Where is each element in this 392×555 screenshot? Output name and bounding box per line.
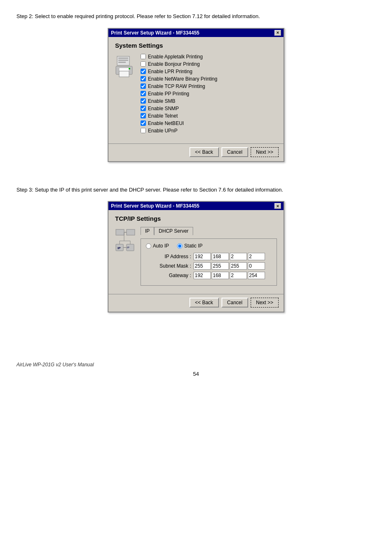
checkbox-appletalk-label: Enable Appletalk Printing (148, 54, 203, 60)
checkbox-appletalk-input[interactable] (141, 54, 146, 59)
subnet-mask-octet4[interactable] (248, 262, 265, 270)
svg-rect-7 (119, 71, 129, 77)
svg-point-6 (129, 68, 130, 69)
ip-address-label: IP Address : (146, 254, 191, 259)
checkbox-pp: Enable PP Printing (141, 91, 277, 97)
checkbox-pp-label: Enable PP Printing (148, 91, 189, 97)
tab-bar: IP DHCP Server (141, 227, 277, 235)
checkbox-snmp-input[interactable] (141, 106, 146, 111)
checkbox-netbeui-label: Enable NetBEUI (148, 120, 184, 126)
tcpip-settings-dialog: Print Server Setup Wizard - MF334455 × T… (108, 201, 284, 312)
dialog2-title: Print Server Setup Wizard - MF334455 (111, 203, 199, 209)
checkbox-appletalk: Enable Appletalk Printing (141, 54, 277, 60)
checkbox-smb-label: Enable SMB (148, 98, 175, 104)
subnet-mask-octet2[interactable] (212, 262, 229, 270)
checkbox-snmp: Enable SNMP (141, 106, 277, 111)
dialog1-cancel-button[interactable]: Cancel (221, 147, 248, 157)
checkbox-netbeui: Enable NetBEUI (141, 120, 277, 126)
checkbox-tcpraw-label: Enable TCP RAW Printing (148, 83, 205, 89)
checkbox-bonjour-label: Enable Bonjour Printing (148, 61, 200, 67)
system-settings-dialog: Print Server Setup Wizard - MF334455 × S… (108, 28, 284, 162)
step3-instruction: Step 3: Setup the IP of this print serve… (16, 186, 376, 194)
checkbox-tcpraw-input[interactable] (141, 83, 146, 89)
checkbox-lpr-label: Enable LPR Printing (148, 69, 192, 74)
checkbox-upnp: Enable UPnP (141, 128, 277, 134)
checkbox-pp-input[interactable] (141, 91, 146, 96)
dialog2-close-button[interactable]: × (274, 203, 281, 209)
dialog1-section-title: System Settings (115, 42, 277, 49)
subnet-mask-label: Subnet Mask : (146, 263, 191, 269)
ip-address-row: IP Address : (146, 253, 272, 260)
svg-text:IP: IP (118, 246, 121, 250)
checkboxes-list: Enable Appletalk Printing Enable Bonjour… (141, 54, 277, 135)
subnet-mask-octet3[interactable] (230, 262, 247, 270)
tcp-content: IP DHCP Server Auto IP Static (141, 227, 277, 286)
svg-rect-1 (118, 58, 128, 59)
step2-instruction: Step 2: Select to enable required printi… (16, 12, 376, 21)
dialog1-back-button[interactable]: << Back (189, 147, 219, 157)
checkbox-lpr: Enable LPR Printing (141, 69, 277, 74)
checkbox-smb-input[interactable] (141, 98, 146, 104)
svg-rect-9 (127, 229, 135, 235)
ip-address-octet1[interactable] (194, 253, 211, 260)
tab-ip[interactable]: IP (141, 227, 154, 235)
dialog1-close-button[interactable]: × (274, 30, 281, 36)
gateway-row: Gateway : (146, 272, 272, 279)
gateway-octet1[interactable] (194, 272, 211, 279)
checkbox-lpr-input[interactable] (141, 69, 146, 74)
ip-address-octet2[interactable] (212, 253, 229, 260)
checkbox-bonjour-input[interactable] (141, 61, 146, 67)
gateway-octet3[interactable] (230, 272, 247, 279)
checkbox-bonjour: Enable Bonjour Printing (141, 61, 277, 67)
radio-auto-ip: Auto IP (146, 243, 169, 249)
dialog1-titlebar: Print Server Setup Wizard - MF334455 × (108, 29, 284, 37)
ip-address-octet4[interactable] (248, 253, 265, 260)
checkbox-smb: Enable SMB (141, 98, 277, 104)
checkbox-upnp-label: Enable UPnP (148, 128, 178, 134)
checkbox-netware-input[interactable] (141, 76, 146, 81)
tcpip-icon: IP /P (115, 229, 136, 254)
svg-rect-3 (118, 62, 126, 63)
gateway-label: Gateway : (146, 273, 191, 278)
dialog2-back-button[interactable]: << Back (189, 298, 219, 308)
dialog1-next-button[interactable]: Next >> (251, 147, 279, 157)
dialog2-section-title: TCP/IP Settings (115, 215, 277, 222)
footer-note: AirLive WP-201G v2 User's Manual (16, 362, 94, 368)
radio-row: Auto IP Static IP (146, 243, 272, 249)
checkbox-snmp-label: Enable SNMP (148, 106, 179, 111)
svg-rect-5 (119, 68, 129, 71)
svg-rect-2 (118, 60, 128, 61)
tab-content: Auto IP Static IP IP Address : (141, 238, 277, 286)
checkbox-netbeui-input[interactable] (141, 120, 146, 126)
dialog1-title: Print Server Setup Wizard - MF334455 (111, 30, 199, 36)
radio-static-ip: Static IP (177, 243, 203, 249)
dialog2-footer: << Back Cancel Next >> (108, 294, 284, 312)
gateway-octet2[interactable] (212, 272, 229, 279)
checkbox-upnp-input[interactable] (141, 128, 146, 133)
subnet-mask-row: Subnet Mask : (146, 262, 272, 270)
dialog2-titlebar: Print Server Setup Wizard - MF334455 × (108, 202, 284, 210)
svg-text:/P: /P (127, 246, 129, 249)
page-number: 54 (16, 371, 376, 377)
dialog2-cancel-button[interactable]: Cancel (221, 298, 248, 308)
checkbox-telnet-label: Enable Telnet (148, 113, 178, 119)
gateway-octet4[interactable] (248, 272, 265, 279)
svg-rect-8 (116, 229, 124, 235)
radio-static-label: Static IP (184, 243, 203, 249)
printer-icon (115, 56, 136, 80)
ip-address-octet3[interactable] (230, 253, 247, 260)
subnet-mask-octet1[interactable] (194, 262, 211, 270)
checkbox-tcpraw: Enable TCP RAW Printing (141, 83, 277, 89)
radio-auto-label: Auto IP (153, 243, 169, 249)
checkbox-telnet: Enable Telnet (141, 113, 277, 119)
checkbox-telnet-input[interactable] (141, 113, 146, 118)
dialog2-next-button[interactable]: Next >> (251, 298, 279, 308)
checkbox-netware-label: Enable NetWare Binary Printing (148, 76, 217, 82)
radio-auto-input[interactable] (146, 243, 151, 249)
tab-dhcp[interactable]: DHCP Server (154, 227, 193, 235)
dialog1-footer: << Back Cancel Next >> (108, 143, 284, 161)
radio-static-input[interactable] (177, 243, 182, 249)
checkbox-netware: Enable NetWare Binary Printing (141, 76, 277, 82)
